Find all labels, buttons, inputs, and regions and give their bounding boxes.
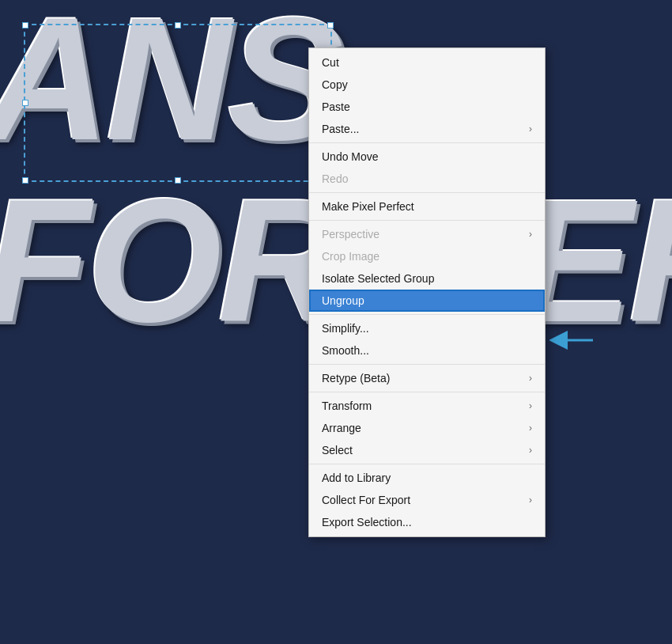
submenu-arrow-icon: ›	[529, 123, 532, 134]
submenu-arrow-icon: ›	[529, 445, 532, 456]
handle-left-mid	[22, 100, 28, 106]
menu-item-paste[interactable]: Paste	[309, 96, 545, 118]
menu-item-redo: Redo	[309, 168, 545, 190]
menu-item-label: Perspective	[322, 228, 379, 241]
handle-top-left	[22, 22, 28, 28]
menu-item-label: Select	[322, 444, 353, 456]
menu-item-select[interactable]: Select›	[309, 439, 545, 461]
menu-item-cut[interactable]: Cut	[309, 51, 545, 74]
menu-item-label: Transform	[322, 400, 372, 412]
menu-separator	[309, 142, 545, 143]
submenu-arrow-icon: ›	[529, 494, 532, 506]
menu-item-export-selection[interactable]: Export Selection...	[309, 511, 545, 533]
menu-item-simplify[interactable]: Simplify...	[309, 317, 545, 339]
menu-item-label: Collect For Export	[322, 494, 410, 506]
context-menu: CutCopyPastePaste...›Undo MoveRedoMake P…	[308, 47, 546, 537]
menu-item-make-pixel-perfect[interactable]: Make Pixel Perfect	[309, 195, 545, 218]
menu-separator	[309, 220, 545, 221]
menu-separator	[309, 392, 545, 392]
menu-item-label: Retype (Beta)	[322, 372, 390, 385]
menu-item-label: Make Pixel Perfect	[322, 200, 414, 213]
menu-item-crop-image: Crop Image	[309, 245, 545, 267]
menu-item-label: Arrange	[322, 422, 361, 434]
menu-item-label: Copy	[322, 78, 348, 91]
menu-item-retype-beta[interactable]: Retype (Beta)›	[309, 367, 545, 389]
handle-top-right	[327, 22, 334, 28]
menu-item-collect-for-export[interactable]: Collect For Export›	[309, 489, 545, 511]
submenu-arrow-icon: ›	[529, 422, 532, 434]
menu-item-label: Add to Library	[322, 472, 391, 484]
menu-separator	[309, 364, 545, 365]
menu-item-label: Ungroup	[322, 294, 364, 307]
menu-item-label: Crop Image	[322, 250, 379, 263]
menu-item-ungroup[interactable]: Ungroup	[309, 290, 545, 312]
submenu-arrow-icon: ›	[529, 400, 532, 411]
menu-separator	[309, 464, 545, 464]
menu-item-label: Isolate Selected Group	[322, 272, 434, 285]
handle-bottom-mid	[175, 177, 181, 184]
menu-item-label: Cut	[322, 56, 339, 69]
pointer-arrow	[549, 328, 597, 352]
menu-item-paste-special[interactable]: Paste...›	[309, 118, 545, 140]
menu-item-copy[interactable]: Copy	[309, 74, 545, 96]
menu-item-label: Redo	[322, 172, 348, 185]
menu-item-perspective: Perspective›	[309, 223, 545, 245]
handle-bottom-left	[22, 177, 28, 184]
menu-item-transform[interactable]: Transform›	[309, 395, 545, 417]
handle-top-mid	[175, 22, 181, 28]
submenu-arrow-icon: ›	[529, 229, 532, 240]
submenu-arrow-icon: ›	[529, 373, 532, 384]
menu-item-arrange[interactable]: Arrange›	[309, 417, 545, 439]
menu-item-isolate-selected-group[interactable]: Isolate Selected Group	[309, 267, 545, 290]
bg-letters-top: ANS	[0, 0, 340, 166]
menu-separator	[309, 314, 545, 315]
menu-item-undo-move[interactable]: Undo Move	[309, 146, 545, 168]
menu-separator	[309, 192, 545, 193]
menu-item-label: Paste...	[322, 123, 359, 135]
menu-item-label: Simplify...	[322, 322, 369, 335]
menu-item-add-to-library[interactable]: Add to Library	[309, 467, 545, 489]
selection-box	[24, 24, 332, 182]
menu-item-smooth[interactable]: Smooth...	[309, 339, 545, 362]
menu-item-label: Undo Move	[322, 150, 379, 163]
menu-item-label: Smooth...	[322, 344, 369, 357]
menu-item-label: Export Selection...	[322, 516, 412, 528]
menu-item-label: Paste	[322, 100, 350, 113]
